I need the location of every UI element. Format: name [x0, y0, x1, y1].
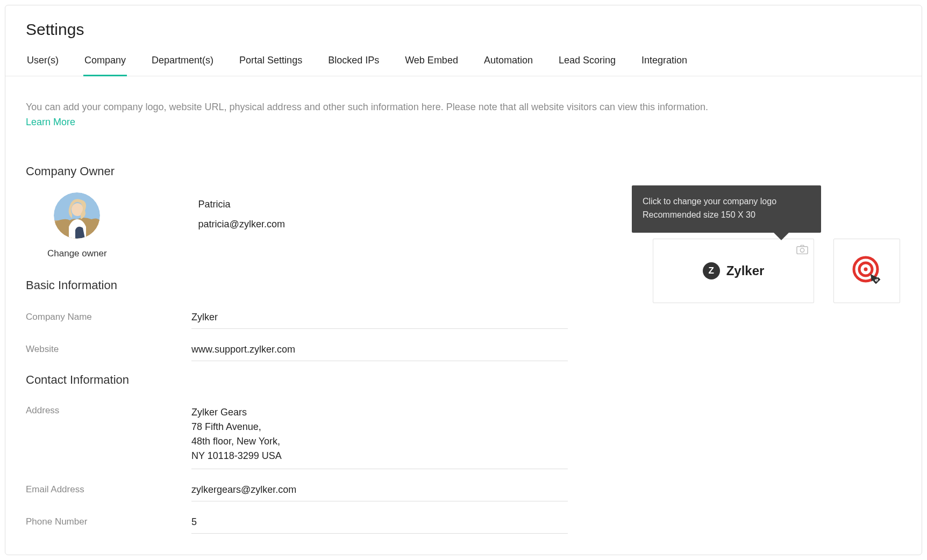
email-address-field[interactable]: zylkergears@zylker.com [191, 479, 568, 501]
tab-company[interactable]: Company [83, 55, 127, 76]
address-field[interactable]: Zylker Gears 78 Fifth Avenue, 48th floor… [191, 400, 568, 469]
tab-lead-scoring[interactable]: Lead Scoring [558, 55, 617, 76]
svg-rect-4 [797, 247, 808, 254]
svg-point-8 [864, 267, 868, 271]
owner-email: patricia@zylker.com [198, 219, 285, 230]
intro-text-body: You can add your company logo, website U… [26, 102, 708, 112]
phone-number-field[interactable]: 5 [191, 511, 568, 534]
logo-tooltip-line1: Click to change your company logo [643, 195, 810, 209]
company-logo-preview: Z Zylker [703, 262, 765, 279]
phone-number-label: Phone Number [26, 511, 191, 527]
tab-portal-settings[interactable]: Portal Settings [238, 55, 303, 76]
email-address-label: Email Address [26, 479, 191, 495]
owner-avatar[interactable] [54, 192, 100, 239]
logo-tooltip: Click to change your company logo Recomm… [632, 185, 821, 233]
logo-brand-name: Zylker [726, 263, 765, 278]
tab-blocked-ips[interactable]: Blocked IPs [327, 55, 380, 76]
tab-automation[interactable]: Automation [483, 55, 534, 76]
learn-more-link[interactable]: Learn More [26, 117, 75, 127]
svg-point-5 [800, 248, 804, 252]
company-logo-upload[interactable]: Click to change your company logo Recomm… [653, 239, 814, 303]
tab-users[interactable]: User(s) [26, 55, 60, 76]
logo-tooltip-line2: Recommended size 150 X 30 [643, 209, 810, 222]
tab-integration[interactable]: Integration [640, 55, 688, 76]
section-company-owner: Company Owner [26, 164, 901, 178]
owner-name: Patricia [198, 199, 285, 210]
logo-badge: Z [703, 262, 720, 279]
section-contact-information: Contact Information [26, 373, 901, 387]
favicon-upload[interactable] [833, 239, 900, 303]
company-name-field[interactable]: Zylker [191, 306, 568, 329]
page-title: Settings [26, 20, 901, 39]
tab-departments[interactable]: Department(s) [151, 55, 215, 76]
target-icon [851, 255, 882, 288]
company-name-label: Company Name [26, 306, 191, 322]
change-owner-link[interactable]: Change owner [47, 248, 107, 259]
camera-icon [796, 245, 808, 254]
tab-web-embed[interactable]: Web Embed [404, 55, 459, 76]
website-field[interactable]: www.support.zylker.com [191, 339, 568, 361]
address-label: Address [26, 400, 191, 416]
website-label: Website [26, 339, 191, 355]
intro-text: You can add your company logo, website U… [26, 100, 725, 130]
settings-tabs: User(s) Company Department(s) Portal Set… [5, 55, 922, 76]
